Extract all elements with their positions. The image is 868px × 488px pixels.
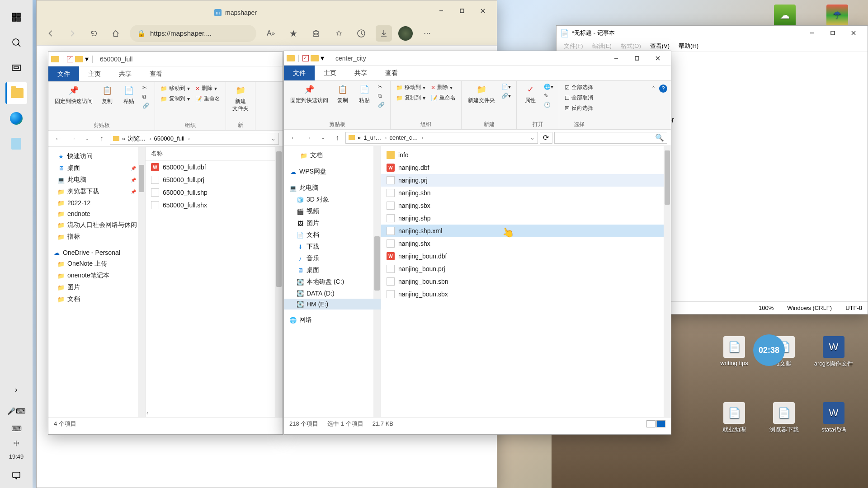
new-folder-button[interactable]: 📁新建文件夹 (465, 83, 498, 105)
qat-dropdown[interactable]: ▾ (85, 55, 89, 63)
new-folder-button[interactable]: 📁新建文件夹 (230, 84, 251, 113)
desktop-clock-widget[interactable]: 02:38 (753, 334, 785, 366)
nav-folder[interactable]: 📁指标 (48, 231, 145, 243)
file-item[interactable]: W650000_full.dbf (146, 161, 283, 174)
nav-wps[interactable]: ☁WPS网盘 (284, 166, 381, 178)
nav-downloads[interactable]: 📁浏览器下载📌 (48, 186, 145, 197)
history-button[interactable] (353, 25, 369, 42)
address-bar[interactable]: « 浏览… 650000_full ⌄ (110, 133, 279, 145)
nav-desktop[interactable]: 🖥桌面📌 (48, 162, 145, 174)
folder-icon[interactable] (51, 56, 59, 62)
nav-documents[interactable]: 📄文档 (284, 229, 381, 241)
taskbar-tray-keyboard[interactable]: ⌨ (5, 422, 27, 435)
pin-button[interactable]: 📌固定到快速访问 (52, 84, 95, 106)
breadcrumb-segment[interactable]: 1_ur… (363, 134, 387, 141)
history-dropdown[interactable]: ⌄ (316, 131, 329, 144)
nav-folder[interactable]: 📁onenote笔记本 (48, 270, 145, 282)
file-item[interactable]: nanjing.sbn (381, 187, 671, 199)
close-button[interactable] (647, 51, 668, 66)
nav-3d-objects[interactable]: 🧊3D 对象 (284, 194, 381, 206)
file-item[interactable]: nanjing.prj (381, 174, 671, 187)
taskbar-notepad[interactable] (5, 133, 27, 155)
file-item[interactable]: Wnanjing.dbf (381, 161, 671, 174)
qat-properties-icon[interactable] (67, 56, 73, 62)
folder-icon[interactable] (287, 55, 295, 61)
back-button[interactable] (43, 26, 58, 41)
nav-downloads[interactable]: ⬇下载 (284, 241, 381, 253)
more-button[interactable]: ⋯ (419, 25, 435, 42)
profile-button[interactable] (398, 26, 413, 41)
file-item[interactable]: nanjing.shp.xml (381, 225, 671, 237)
tab-share[interactable]: 共享 (345, 66, 376, 80)
maximize-button[interactable] (452, 4, 472, 18)
close-button[interactable] (472, 4, 493, 18)
nav-folder[interactable]: 📁文档 (48, 293, 145, 305)
file-item[interactable]: Wnanjing_boun.dbf (381, 250, 671, 263)
qat-folder-icon[interactable] (75, 56, 83, 62)
favorite-button[interactable]: ★ (285, 25, 302, 42)
edit-button[interactable]: ✎ (542, 92, 555, 100)
taskbar-clock[interactable]: 19:49 (9, 453, 24, 460)
refresh-button[interactable] (86, 26, 102, 41)
file-item[interactable]: nanjing.shx (381, 237, 671, 250)
copy-button[interactable]: 📋复制 (97, 84, 117, 106)
help-button[interactable]: ? (659, 84, 667, 93)
rename-button[interactable]: 📝 重命名 (429, 93, 458, 103)
file-item[interactable]: nanjing_boun.prj (381, 263, 671, 275)
browser-tab[interactable]: m mapshaper (40, 4, 431, 21)
file-item[interactable]: 650000_full.shx (146, 199, 283, 211)
read-aloud-button[interactable]: A» (263, 25, 279, 42)
nav-network[interactable]: 🌐网络 (284, 314, 381, 326)
copyto-button[interactable]: 📁 复制到 ▾ (394, 93, 427, 103)
address-bar[interactable]: « 1_ur… center_c… ⌄ (345, 132, 538, 144)
paste-shortcut-button[interactable]: 🔗 (141, 102, 151, 110)
up-button[interactable]: ↑ (331, 131, 344, 144)
column-header-name[interactable]: 名称 (146, 147, 283, 161)
taskbar-ime[interactable]: 中 (14, 440, 19, 448)
file-item[interactable]: info (381, 149, 671, 161)
nav-this-pc[interactable]: 💻此电脑 (284, 182, 381, 194)
pin-button[interactable]: 📌固定到快速访问 (288, 83, 331, 105)
nav-this-pc[interactable]: 💻此电脑📌 (48, 174, 145, 186)
menu-help[interactable]: 帮助(H) (675, 41, 702, 51)
file-item[interactable]: nanjing_boun.sbx (381, 288, 671, 300)
desktop-icon-weather[interactable]: ☁ (765, 5, 805, 26)
tab-file[interactable]: 文件 (48, 66, 79, 81)
tab-home[interactable]: 主页 (79, 66, 110, 81)
maximize-button[interactable] (627, 51, 647, 66)
back-button[interactable]: ← (288, 131, 300, 144)
file-scrollbar[interactable] (275, 147, 283, 417)
tab-share[interactable]: 共享 (110, 66, 141, 81)
extensions-button[interactable] (308, 25, 324, 42)
copy-path-button[interactable]: ⧉ (141, 93, 151, 101)
desktop-icon-stata[interactable]: Wstata代码 (814, 402, 854, 434)
taskbar-edge[interactable] (5, 108, 27, 129)
notepad-titlebar[interactable]: 📄 *无标题 - 记事本 (557, 26, 868, 40)
file-item[interactable]: nanjing.sbx (381, 199, 671, 212)
qat-dropdown[interactable]: ▾ (321, 54, 324, 62)
taskbar-expand[interactable]: › (5, 379, 27, 401)
menu-view[interactable]: 查看(V) (646, 41, 673, 51)
tab-view[interactable]: 查看 (376, 66, 407, 80)
new-item-button[interactable]: 📄▾ (500, 83, 513, 91)
desktop-icon-umbrella[interactable]: ☂ (817, 5, 857, 26)
breadcrumb-segment[interactable]: 650000_full (154, 135, 190, 142)
menu-edit[interactable]: 编辑(E) (589, 41, 615, 51)
easy-access-button[interactable]: 🔗▾ (500, 92, 513, 100)
back-button[interactable]: ← (52, 132, 65, 145)
delete-button[interactable]: ✕ 删除 ▾ (429, 83, 458, 92)
paste-button[interactable]: 📄粘贴 (354, 83, 374, 105)
history-button[interactable]: 🕐 (542, 101, 555, 109)
nav-documents[interactable]: 📁文档 (284, 150, 381, 161)
taskbar-explorer[interactable] (5, 82, 27, 104)
file-item[interactable]: 650000_full.prj (146, 174, 283, 186)
breadcrumb-segment[interactable]: 浏览… (128, 135, 151, 143)
start-button[interactable] (5, 6, 27, 28)
favorites-button[interactable]: ✩ (330, 25, 347, 42)
nav-c-drive[interactable]: 💽本地磁盘 (C:) (284, 276, 381, 288)
copy-button[interactable]: 📋复制 (333, 83, 353, 105)
tab-home[interactable]: 主页 (315, 66, 345, 80)
cut-button[interactable]: ✂ (141, 84, 151, 92)
minimize-button[interactable] (802, 26, 822, 40)
delete-button[interactable]: ✕ 删除 ▾ (193, 84, 222, 93)
